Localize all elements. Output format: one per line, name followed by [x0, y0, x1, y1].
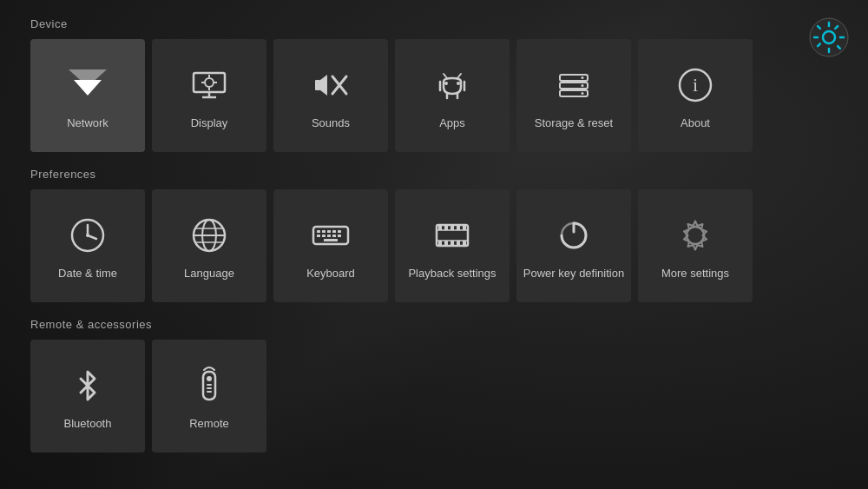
preferences-tiles-row: Date & time Language	[30, 189, 838, 302]
tile-more-settings-label: More settings	[661, 267, 729, 280]
svg-rect-48	[327, 235, 331, 237]
device-tiles-row: Network Display	[30, 39, 838, 152]
tile-more-settings[interactable]: More settings	[638, 189, 753, 302]
svg-rect-63	[457, 241, 460, 246]
tile-sounds[interactable]: Sounds	[273, 39, 388, 152]
svg-rect-72	[207, 391, 212, 393]
preferences-section-label: Preferences	[30, 168, 838, 181]
bluetooth-icon	[65, 363, 110, 408]
svg-text:i: i	[693, 74, 698, 96]
storage-reset-icon	[551, 63, 596, 108]
tile-storage-reset[interactable]: Storage & reset	[516, 39, 631, 152]
svg-rect-71	[207, 387, 212, 389]
tile-display[interactable]: Display	[152, 39, 266, 152]
remote-icon	[187, 363, 232, 408]
svg-rect-41	[317, 230, 320, 233]
power-key-icon	[551, 213, 596, 258]
svg-rect-60	[438, 241, 442, 246]
svg-rect-45	[338, 230, 341, 233]
apps-icon	[430, 63, 475, 108]
tile-sounds-label: Sounds	[312, 116, 350, 129]
tile-language-label: Language	[184, 267, 234, 280]
svg-rect-64	[463, 241, 466, 246]
svg-rect-61	[444, 241, 448, 246]
settings-gear-button[interactable]	[807, 16, 851, 59]
display-icon	[187, 63, 232, 108]
remote-section-label: Remote & accessories	[30, 318, 838, 331]
svg-rect-56	[444, 225, 448, 230]
tile-about-label: About	[681, 116, 710, 129]
more-settings-icon	[673, 213, 718, 258]
svg-rect-50	[338, 235, 341, 237]
tile-storage-reset-label: Storage & reset	[535, 116, 613, 129]
tile-remote[interactable]: Remote	[152, 340, 266, 453]
tile-apps-label: Apps	[439, 116, 465, 129]
tile-bluetooth-label: Bluetooth	[64, 417, 112, 430]
svg-rect-42	[322, 230, 326, 233]
device-section-label: Device	[30, 17, 838, 30]
svg-rect-43	[327, 230, 331, 233]
tile-power-key[interactable]: Power key definition	[516, 189, 631, 302]
svg-rect-51	[324, 239, 338, 241]
about-icon: i	[673, 63, 718, 108]
tile-apps[interactable]: Apps	[395, 39, 510, 152]
tile-date-time[interactable]: Date & time	[30, 189, 145, 302]
svg-rect-12	[315, 80, 320, 90]
tile-keyboard[interactable]: Keyboard	[273, 189, 388, 302]
tile-keyboard-label: Keyboard	[306, 267, 355, 280]
svg-marker-3	[69, 69, 107, 87]
tile-playback-settings[interactable]: Playback settings	[395, 189, 510, 302]
svg-point-7	[205, 78, 214, 87]
svg-rect-49	[332, 235, 336, 237]
svg-point-34	[86, 234, 89, 237]
svg-rect-57	[450, 225, 454, 230]
svg-point-27	[582, 84, 584, 87]
keyboard-icon	[308, 213, 353, 258]
svg-rect-47	[322, 235, 326, 237]
language-icon	[187, 213, 232, 258]
tile-date-time-label: Date & time	[58, 267, 117, 280]
svg-rect-44	[332, 230, 336, 233]
svg-rect-55	[438, 225, 442, 230]
date-time-icon	[65, 213, 110, 258]
tile-display-label: Display	[191, 116, 228, 129]
sounds-icon	[308, 63, 353, 108]
tile-network-label: Network	[67, 116, 108, 129]
svg-rect-46	[317, 235, 320, 237]
svg-point-26	[582, 76, 584, 79]
gear-icon	[809, 17, 849, 57]
svg-point-15	[444, 82, 448, 85]
tile-power-key-label: Power key definition	[523, 267, 624, 280]
svg-point-69	[207, 376, 212, 381]
svg-rect-58	[457, 225, 460, 230]
network-icon	[65, 63, 110, 108]
svg-point-28	[582, 92, 584, 95]
tile-remote-label: Remote	[189, 417, 229, 430]
tile-about[interactable]: i About	[638, 39, 753, 152]
svg-line-21	[444, 74, 447, 78]
tile-bluetooth[interactable]: Bluetooth	[30, 340, 145, 453]
svg-rect-62	[450, 241, 454, 246]
svg-rect-59	[463, 225, 466, 230]
tile-language[interactable]: Language	[152, 189, 266, 302]
svg-line-22	[457, 74, 461, 78]
tile-playback-settings-label: Playback settings	[408, 267, 496, 280]
tile-network[interactable]: Network	[30, 39, 145, 152]
svg-rect-70	[207, 384, 212, 386]
svg-point-16	[457, 82, 460, 85]
playback-settings-icon	[430, 213, 475, 258]
remote-tiles-row: Bluetooth Remote	[30, 340, 838, 453]
